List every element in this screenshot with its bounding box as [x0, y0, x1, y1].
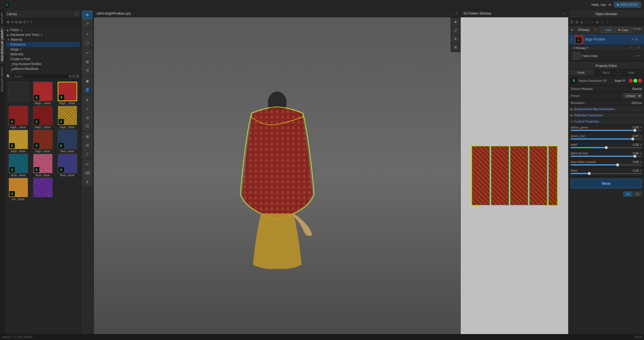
pattern-tool[interactable]: ⬡ [83, 39, 92, 47]
displacement-section[interactable]: ▶ Displacement Map Parameters [568, 106, 644, 112]
list-item[interactable]: S bagh...sbsar [6, 130, 30, 153]
fold-tool[interactable]: ⊟ [83, 141, 92, 149]
wear-track[interactable] [571, 173, 642, 174]
tab-front[interactable]: Front [568, 70, 594, 76]
trace-tool[interactable]: ⟲ [83, 66, 92, 74]
list-item[interactable]: S fleck...sbsar [31, 154, 54, 177]
refresh-icon[interactable]: ↺ [23, 20, 26, 24]
list-item[interactable]: ... [6, 82, 30, 105]
stitch-density-thumb[interactable] [633, 155, 636, 158]
list-item[interactable]: S bagh ...sbsar [31, 106, 54, 129]
minus-icon[interactable]: — [584, 20, 589, 24]
wear-edit-icon[interactable]: ✏ [640, 169, 642, 172]
move-view-btn[interactable]: ✥ [452, 18, 459, 26]
sheen-green-track[interactable] [571, 130, 642, 131]
move-tool[interactable]: ↗ [83, 19, 92, 28]
tab-back[interactable]: Back [594, 70, 619, 76]
sync-icon[interactable]: ⟳ [609, 3, 611, 7]
expand-icon2[interactable]: ⤢ [600, 20, 604, 24]
relief-thumb[interactable] [605, 146, 608, 149]
rotate-view-btn[interactable]: ↺ [452, 27, 459, 34]
select-tool[interactable]: ✥ [83, 11, 92, 19]
collapse-icon[interactable]: ⟩ [77, 12, 78, 16]
sub-add-icon[interactable]: + [631, 46, 632, 50]
simulate-tool[interactable]: ⊡ [83, 122, 92, 130]
tab-side[interactable]: Side [619, 70, 644, 76]
primary-edit-icon[interactable]: ✏ [594, 28, 597, 32]
base-fabric-smooth-thumb[interactable] [616, 163, 619, 166]
mat-more-icon[interactable]: ⋮ [639, 38, 642, 41]
folder-icon[interactable]: ⊙ [11, 20, 14, 24]
cut-tool[interactable]: ◇ [83, 150, 92, 158]
tree-item-patterns[interactable]: _patterns-Bandhani [6, 66, 80, 71]
star-icon[interactable]: ★ [6, 20, 10, 24]
base-fabric-smooth-track[interactable] [571, 164, 642, 165]
tree-item-hardware[interactable]: ▶ Hardware and Trims ℹ [6, 32, 80, 37]
expand-icon[interactable]: ⟨ [75, 12, 76, 16]
refresh2-icon[interactable]: ↺ [72, 74, 75, 78]
tree-item-create-print[interactable]: Create a Print [6, 57, 80, 62]
measure-tool[interactable]: ⊹ [83, 105, 92, 113]
preset-dropdown[interactable]: Default Custom [624, 93, 642, 98]
arrow-right-icon[interactable]: → [590, 20, 595, 24]
sheen-green-edit-icon[interactable]: ✏ [640, 126, 642, 129]
viewport-expand-icon[interactable]: ⤢ [455, 12, 458, 15]
list-item[interactable]: S doub...sbsar [6, 154, 30, 177]
tree-item-img-museum[interactable]: _img-museumTextiles [6, 62, 80, 66]
draw-tool[interactable]: ✏ [83, 160, 92, 168]
mat-settings-icon[interactable]: ⚙ [635, 38, 638, 41]
cloud-icon[interactable]: ⊞ [19, 20, 22, 24]
add2-icon[interactable]: + [30, 20, 32, 24]
list-item[interactable]: ... [31, 178, 54, 201]
download-icon[interactable]: ⊕ [15, 20, 18, 24]
globe-icon[interactable]: ◎ [580, 20, 584, 24]
stitch-density-track[interactable] [571, 156, 642, 157]
tree-item-substance[interactable]: Substance [6, 42, 80, 47]
relief-track[interactable] [571, 147, 642, 148]
reflection-section[interactable]: ▶ Reflection Parameters [568, 112, 644, 118]
sub-more-icon[interactable]: ⋮ [633, 46, 636, 50]
ruler-tool[interactable]: ⊻ [83, 178, 92, 186]
graph-tool[interactable]: ⊞ [83, 132, 92, 141]
sheen-red-edit-icon[interactable]: ✏ [640, 135, 642, 138]
tree-item-stage[interactable]: Stage ℹ [6, 47, 80, 52]
sheen-red-thumb[interactable] [631, 137, 634, 141]
base-fabric-smooth-edit-icon[interactable]: ✏ [640, 161, 642, 164]
annotation-tool[interactable]: A [83, 96, 92, 104]
modular-library-tab[interactable]: MODULAR LIBRARY [0, 64, 5, 94]
wear-button[interactable]: Wear [571, 179, 642, 188]
wear-thumb[interactable] [588, 172, 591, 175]
list-item[interactable]: S Bagh ...sbsar [56, 82, 79, 105]
add-button[interactable]: + Add [601, 27, 614, 33]
mat-edit-icon[interactable]: ✏ [632, 38, 634, 41]
sub-primary-edit-icon[interactable]: ✏ [586, 46, 588, 50]
scissors-tool[interactable]: ✂ [83, 49, 92, 57]
tree-item-fabric[interactable]: ▶ Fabric ℹ [6, 28, 80, 32]
search-dropdown-icon[interactable]: ▾ [70, 74, 71, 78]
list-item[interactable]: S Bagh ...sbsar [31, 82, 54, 105]
view-2d-button[interactable]: 2D [633, 192, 642, 196]
view-3d-button[interactable]: 3D [624, 192, 632, 196]
avatar-tool[interactable]: 👤 [83, 86, 92, 94]
list-item[interactable]: S orn...sbsar [6, 178, 30, 201]
list-icon[interactable]: ☰ [570, 20, 574, 24]
options-icon[interactable]: + [27, 20, 29, 24]
more-icon[interactable]: ⋮ [605, 20, 610, 24]
copy-button[interactable]: ⧉ Copy [615, 27, 631, 33]
pattern-expand-icon[interactable]: ⤢ [563, 12, 566, 15]
pin-tool[interactable]: ◎ [83, 113, 92, 121]
fabric-edit-icon[interactable]: ✏ [637, 54, 640, 58]
zoom-view-btn[interactable]: ⊕ [452, 35, 459, 43]
add-point-tool[interactable]: + [83, 30, 92, 38]
new-modular-library-tab[interactable]: NEW MODULAR LIBRARY [0, 26, 5, 64]
tree-item-materials2[interactable]: Materials [6, 52, 80, 57]
list-view-icon[interactable]: ☰ [76, 74, 79, 78]
tree-item-material[interactable]: ▼ Material [6, 37, 80, 42]
figure-tool[interactable]: ◉ [83, 77, 92, 85]
assign-label[interactable]: Assign [633, 27, 642, 33]
history-tab[interactable]: HISTORY [0, 10, 5, 26]
simulation-button[interactable]: ▶ SIMULATION [614, 2, 641, 8]
sub-expand-icon[interactable]: ⤢ [637, 46, 640, 50]
relief-edit-icon[interactable]: ✏ [640, 143, 642, 146]
seam-tool[interactable]: ⊞ [83, 58, 92, 66]
